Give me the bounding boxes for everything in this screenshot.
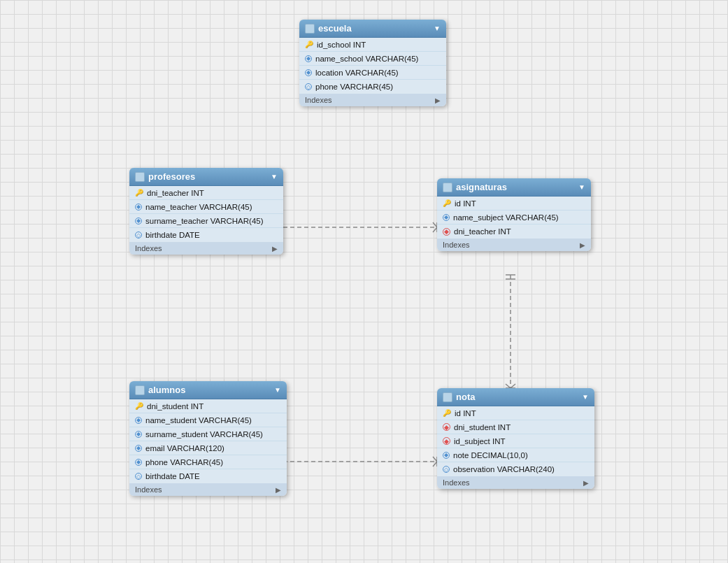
field-icon: ◆	[135, 445, 142, 452]
field-icon: ◆	[305, 55, 312, 62]
table-body-escuela: 🔑 id_school INT ◆ name_school VARCHAR(45…	[299, 38, 446, 94]
table-row: 🔑 id_school INT	[299, 38, 446, 52]
indexes-row-asignaturas[interactable]: Indexes ▶	[437, 238, 591, 251]
table-row: ◆ surname_teacher VARCHAR(45)	[129, 214, 283, 228]
indexes-label: Indexes	[305, 96, 332, 104]
chevron-icon-alumnos[interactable]: ▼	[274, 386, 281, 394]
table-body-asignaturas: 🔑 id INT ◆ name_subject VARCHAR(45) ◆ dn…	[437, 197, 591, 238]
table-icon-asignaturas	[443, 183, 452, 192]
table-row: ◇ phone VARCHAR(45)	[299, 80, 446, 94]
indexes-label: Indexes	[443, 241, 470, 249]
pk-icon: 🔑	[305, 41, 313, 49]
field-text: id INT	[455, 409, 476, 418]
field-icon: ◇	[135, 473, 142, 480]
indexes-arrow: ▶	[276, 486, 281, 494]
table-header-nota[interactable]: nota ▼	[437, 388, 594, 406]
table-icon-alumnos	[135, 385, 145, 395]
field-text: email VARCHAR(120)	[145, 444, 224, 452]
table-header-escuela[interactable]: escuela ▼	[299, 20, 446, 38]
table-icon-escuela	[305, 24, 315, 34]
table-title-profesores: profesores	[148, 171, 195, 182]
indexes-label: Indexes	[443, 478, 470, 487]
field-icon: ◆	[443, 214, 450, 221]
field-text: location VARCHAR(45)	[315, 69, 399, 77]
pk-icon: 🔑	[443, 199, 451, 208]
field-text: name_teacher VARCHAR(45)	[145, 203, 252, 211]
table-row: ◇ birthdate DATE	[129, 469, 287, 483]
table-title-alumnos: alumnos	[148, 385, 185, 395]
table-row: ◇ birthdate DATE	[129, 228, 283, 242]
field-text: id INT	[455, 199, 476, 208]
table-row: ◆ dni_teacher INT	[437, 225, 591, 238]
indexes-arrow: ▶	[583, 479, 589, 487]
table-row: ◇ observation VARCHAR(240)	[437, 462, 594, 476]
field-text: surname_teacher VARCHAR(45)	[145, 217, 264, 225]
table-icon-nota	[443, 392, 452, 402]
table-title-escuela: escuela	[318, 23, 352, 34]
field-icon: ◆	[443, 452, 450, 459]
indexes-row-profesores[interactable]: Indexes ▶	[129, 242, 283, 255]
table-row: ◆ id_subject INT	[437, 434, 594, 448]
table-row: ◆ email VARCHAR(120)	[129, 441, 287, 455]
fk-icon: ◆	[443, 228, 450, 236]
table-row: ◆ name_school VARCHAR(45)	[299, 52, 446, 66]
table-asignaturas: asignaturas ▼ 🔑 id INT ◆ name_subject VA…	[437, 178, 591, 251]
field-icon: ◆	[135, 204, 142, 211]
field-text: dni_teacher INT	[454, 227, 511, 236]
table-header-profesores[interactable]: profesores ▼	[129, 168, 283, 186]
table-row: ◆ name_subject VARCHAR(45)	[437, 211, 591, 225]
fk-icon: ◆	[443, 423, 450, 431]
field-text: observation VARCHAR(240)	[453, 465, 555, 473]
table-title-nota: nota	[456, 392, 475, 402]
pk-icon: 🔑	[443, 409, 451, 418]
table-header-alumnos[interactable]: alumnos ▼	[129, 381, 287, 399]
table-row: ◆ dni_student INT	[437, 420, 594, 434]
field-text: name_student VARCHAR(45)	[145, 416, 252, 425]
indexes-row-alumnos[interactable]: Indexes ▶	[129, 483, 287, 496]
table-row: ◆ location VARCHAR(45)	[299, 66, 446, 80]
chevron-icon-asignaturas[interactable]: ▼	[578, 183, 585, 191]
field-text: birthdate DATE	[145, 231, 200, 239]
field-text: id_subject INT	[454, 437, 506, 446]
table-body-nota: 🔑 id INT ◆ dni_student INT ◆ id_subject …	[437, 406, 594, 476]
field-icon: ◆	[135, 459, 142, 466]
field-icon: ◆	[305, 69, 312, 76]
field-text: note DECIMAL(10,0)	[453, 451, 528, 459]
field-text: dni_student INT	[147, 402, 204, 411]
indexes-label: Indexes	[135, 244, 162, 252]
pk-icon: 🔑	[135, 189, 143, 197]
field-text: phone VARCHAR(45)	[315, 83, 393, 91]
field-text: id_school INT	[317, 41, 366, 49]
table-title-asignaturas: asignaturas	[456, 182, 507, 192]
field-text: dni_student INT	[454, 423, 511, 432]
table-row: 🔑 dni_student INT	[129, 399, 287, 413]
indexes-row-nota[interactable]: Indexes ▶	[437, 476, 594, 489]
table-row: 🔑 id INT	[437, 406, 594, 420]
field-icon: ◇	[135, 231, 142, 238]
pk-icon: 🔑	[135, 402, 143, 411]
field-icon: ◆	[135, 431, 142, 438]
table-icon-profesores	[135, 172, 145, 182]
table-row: ◆ name_teacher VARCHAR(45)	[129, 200, 283, 214]
table-alumnos: alumnos ▼ 🔑 dni_student INT ◆ name_stude…	[129, 381, 287, 496]
field-icon: ◇	[443, 466, 450, 473]
chevron-icon-profesores[interactable]: ▼	[271, 173, 278, 180]
table-profesores: profesores ▼ 🔑 dni_teacher INT ◆ name_te…	[129, 168, 283, 255]
indexes-row-escuela[interactable]: Indexes ▶	[299, 94, 446, 106]
table-header-asignaturas[interactable]: asignaturas ▼	[437, 178, 591, 197]
field-text: surname_student VARCHAR(45)	[145, 430, 263, 439]
chevron-icon-escuela[interactable]: ▼	[434, 24, 441, 32]
table-body-alumnos: 🔑 dni_student INT ◆ name_student VARCHAR…	[129, 399, 287, 483]
table-row: ◆ name_student VARCHAR(45)	[129, 413, 287, 427]
fk-icon: ◆	[443, 437, 450, 445]
table-row: ◆ surname_student VARCHAR(45)	[129, 427, 287, 441]
table-row: ◆ note DECIMAL(10,0)	[437, 448, 594, 462]
indexes-arrow: ▶	[580, 241, 585, 249]
chevron-icon-nota[interactable]: ▼	[582, 393, 589, 401]
field-text: birthdate DATE	[145, 472, 200, 480]
table-row: ◆ phone VARCHAR(45)	[129, 455, 287, 469]
field-icon: ◇	[305, 83, 312, 90]
field-icon: ◆	[135, 417, 142, 424]
indexes-arrow: ▶	[435, 97, 441, 104]
field-text: phone VARCHAR(45)	[145, 458, 223, 466]
